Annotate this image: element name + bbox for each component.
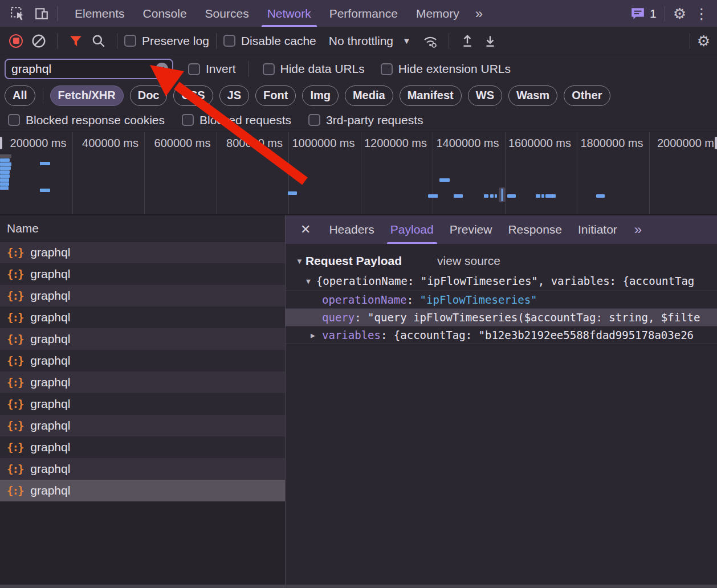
more-panels-chevron-icon[interactable]: » xyxy=(469,0,488,27)
blocked-response-cookies-checkbox[interactable]: Blocked response cookies xyxy=(8,113,165,127)
chip-all[interactable]: All xyxy=(5,85,35,106)
hide-extension-urls-checkbox[interactable]: Hide extension URLs xyxy=(381,62,511,76)
record-network-log-button[interactable] xyxy=(5,30,27,52)
payload-property-operationName[interactable]: operationName: "ipFlowTimeseries" xyxy=(286,291,717,308)
property-value: {accountTag: "b12e3b2192ee5588fdad995178… xyxy=(394,329,694,341)
request-row[interactable]: {:}graphql xyxy=(0,263,285,285)
timeline-selected-marker xyxy=(499,187,506,202)
close-detail-icon[interactable]: ✕ xyxy=(294,215,317,244)
chip-font[interactable]: Font xyxy=(255,85,296,106)
import-har-icon[interactable] xyxy=(456,30,479,52)
filter-icon[interactable] xyxy=(64,30,87,52)
chip-other[interactable]: Other xyxy=(564,85,610,106)
checkbox[interactable] xyxy=(308,114,320,126)
tab-sources[interactable]: Sources xyxy=(196,0,258,27)
request-name: graphql xyxy=(30,419,70,432)
tab-console[interactable]: Console xyxy=(134,0,196,27)
checkbox[interactable] xyxy=(8,114,20,126)
kebab-menu-icon[interactable]: ⋮ xyxy=(694,6,709,21)
timeline-request-bar xyxy=(490,194,494,198)
timeline-tick-label: 800000 ms xyxy=(226,137,283,150)
json-braces-icon: {:} xyxy=(7,419,23,432)
expand-triangle-icon[interactable]: ▼ xyxy=(306,277,311,285)
inspect-element-icon[interactable] xyxy=(8,4,27,23)
search-icon[interactable] xyxy=(87,30,110,52)
preserve-log-checkbox[interactable]: Preserve log xyxy=(124,34,209,48)
request-row[interactable]: {:}graphql xyxy=(0,328,285,350)
network-conditions-icon[interactable] xyxy=(419,30,442,52)
third-party-requests-checkbox[interactable]: 3rd-party requests xyxy=(308,113,423,127)
request-row[interactable]: {:}graphql xyxy=(0,350,285,371)
timeline-tick-label: 1000000 ms xyxy=(292,137,355,150)
network-main-area: Name {:}graphql{:}graphql{:}graphql{:}gr… xyxy=(0,215,717,585)
network-overview-timeline[interactable]: 200000 ms400000 ms600000 ms800000 ms1000… xyxy=(0,132,717,215)
request-row[interactable]: {:}graphql xyxy=(0,371,285,393)
export-har-icon[interactable] xyxy=(479,30,502,52)
throttling-dropdown[interactable]: No throttling ▼ xyxy=(329,34,411,48)
collapse-triangle-icon[interactable]: ▼ xyxy=(296,257,303,266)
payload-panel: ▼ Request Payload view source ▼ {operati… xyxy=(286,244,717,344)
request-row[interactable]: {:}graphql xyxy=(0,458,285,480)
expand-triangle-icon[interactable]: ▶ xyxy=(311,331,315,340)
checkbox[interactable] xyxy=(188,63,200,75)
view-source-link[interactable]: view source xyxy=(437,254,500,268)
request-row[interactable]: {:}graphql xyxy=(0,307,285,328)
settings-gear-icon[interactable]: ⚙ xyxy=(673,6,686,21)
chip-js[interactable]: JS xyxy=(219,85,249,106)
chip-fetch-xhr[interactable]: Fetch/XHR xyxy=(50,85,124,106)
request-row[interactable]: {:}graphql xyxy=(0,480,285,501)
pane-divider[interactable] xyxy=(285,215,286,585)
detail-tab-payload[interactable]: Payload xyxy=(382,215,442,244)
clear-filter-icon[interactable]: ✕ xyxy=(156,63,168,75)
overview-left-grip[interactable] xyxy=(0,136,3,150)
chip-media[interactable]: Media xyxy=(345,85,393,106)
checkbox[interactable] xyxy=(124,35,136,47)
payload-property-query[interactable]: query: "query ipFlowTimeseries($accountT… xyxy=(286,308,717,326)
checkbox[interactable] xyxy=(223,35,235,47)
detail-tab-initiator[interactable]: Initiator xyxy=(570,215,625,244)
invert-checkbox[interactable]: Invert xyxy=(188,62,236,76)
network-settings-gear-icon[interactable]: ⚙ xyxy=(697,34,710,48)
timeline-request-bar xyxy=(484,194,488,198)
payload-property-variables[interactable]: ▶variables: {accountTag: "b12e3b2192ee55… xyxy=(286,326,717,344)
request-row[interactable]: {:}graphql xyxy=(0,242,285,263)
request-row[interactable]: {:}graphql xyxy=(0,393,285,415)
tab-memory[interactable]: Memory xyxy=(407,0,469,27)
checkbox[interactable] xyxy=(381,63,393,75)
checkbox[interactable] xyxy=(182,114,194,126)
tab-performance[interactable]: Performance xyxy=(320,0,407,27)
checkbox[interactable] xyxy=(263,63,275,75)
tab-network[interactable]: Network xyxy=(258,0,320,27)
timeline-tick-label: 1800000 ms xyxy=(580,137,643,150)
chip-doc[interactable]: Doc xyxy=(130,85,168,106)
clear-network-log-button[interactable] xyxy=(27,30,50,52)
request-row[interactable]: {:}graphql xyxy=(0,436,285,458)
request-row[interactable]: {:}graphql xyxy=(0,285,285,307)
hide-data-urls-checkbox[interactable]: Hide data URLs xyxy=(263,62,365,76)
chip-ws[interactable]: WS xyxy=(468,85,502,106)
request-row[interactable]: {:}graphql xyxy=(0,415,285,436)
more-detail-tabs-chevron-icon[interactable]: » xyxy=(629,215,646,244)
tab-elements[interactable]: Elements xyxy=(66,0,134,27)
payload-preview-row[interactable]: ▼ {operationName: "ipFlowTimeseries", va… xyxy=(286,271,717,291)
console-messages-badge[interactable]: 1 xyxy=(630,7,657,21)
request-name: graphql xyxy=(30,462,70,476)
message-bubble-icon xyxy=(630,7,645,21)
chip-manifest[interactable]: Manifest xyxy=(400,85,462,106)
name-column-header[interactable]: Name xyxy=(0,215,285,242)
timeline-gridline xyxy=(144,132,145,214)
chip-img[interactable]: Img xyxy=(302,85,339,106)
chip-css[interactable]: CSS xyxy=(173,85,213,106)
timeline-tick-label: 2000000 m xyxy=(657,137,714,150)
device-toolbar-icon[interactable] xyxy=(32,4,51,23)
divider xyxy=(57,33,58,49)
detail-tab-response[interactable]: Response xyxy=(500,215,570,244)
property-colon: : xyxy=(355,311,368,324)
detail-tab-headers[interactable]: Headers xyxy=(321,215,382,244)
chip-wasm[interactable]: Wasm xyxy=(508,85,557,106)
filter-input[interactable] xyxy=(6,60,172,78)
blocked-requests-checkbox[interactable]: Blocked requests xyxy=(182,113,291,127)
detail-tab-preview[interactable]: Preview xyxy=(442,215,500,244)
disable-cache-checkbox[interactable]: Disable cache xyxy=(223,34,316,48)
timeline-tick-label: 1400000 ms xyxy=(436,137,499,150)
